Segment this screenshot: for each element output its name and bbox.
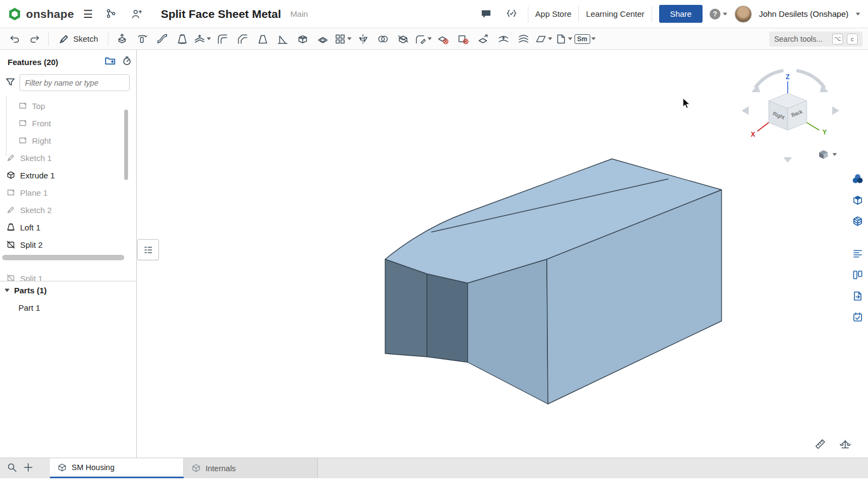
search-tools-input[interactable]: Search tools... ⌥ c (769, 31, 863, 47)
filter-input[interactable] (20, 74, 130, 91)
tabbar-tools (0, 458, 50, 478)
mirror-icon[interactable] (354, 30, 372, 48)
parts-header[interactable]: Parts (1) (0, 281, 136, 299)
chevron-down-icon (427, 37, 432, 40)
part-face-left-1[interactable] (385, 259, 427, 357)
graphics-area[interactable]: Z Right Back X Y (137, 50, 868, 458)
divider (48, 32, 49, 46)
part-item-part1[interactable]: Part 1 (0, 299, 136, 316)
comment-icon[interactable] (477, 5, 495, 23)
configurations-panel-icon[interactable] (850, 213, 866, 230)
redo-icon[interactable] (25, 30, 44, 48)
move-face-icon[interactable] (474, 30, 493, 48)
undo-icon[interactable] (5, 30, 24, 48)
surface-tools-icon[interactable] (554, 30, 573, 48)
plane-icon (18, 136, 27, 145)
workspace-label[interactable]: Main (290, 9, 308, 18)
offset-surface-icon[interactable] (514, 30, 533, 48)
linear-pattern-icon[interactable] (334, 30, 352, 48)
document-tab-bar: SM Housing Internals (0, 458, 868, 478)
top-bar: onshape ☰ Split Face Sheet Metal Main (0, 0, 868, 28)
feature-item-sketch1[interactable]: Sketch 1 (0, 149, 136, 166)
y-axis-label: Y (822, 129, 827, 136)
extrude-icon[interactable] (113, 30, 131, 48)
insert-folder-icon[interactable] (105, 56, 116, 68)
feature-item-split2[interactable]: Split 2 (0, 236, 136, 253)
hole-icon[interactable] (314, 30, 332, 48)
shortcut-key-c: c (847, 34, 858, 44)
fillet-icon[interactable] (213, 30, 232, 48)
draft-icon[interactable] (253, 30, 272, 48)
thicken-icon[interactable] (193, 30, 212, 48)
enclose-icon[interactable] (394, 30, 412, 48)
rib-icon[interactable] (273, 30, 292, 48)
follow-mode-icon[interactable] (127, 5, 146, 23)
plane-icon (18, 101, 27, 110)
view-options-button[interactable] (813, 147, 842, 162)
share-button[interactable]: Share (659, 5, 703, 23)
feature-script-icon[interactable] (502, 5, 521, 23)
onshape-logo[interactable]: onshape (8, 7, 74, 21)
plane-icon[interactable] (534, 30, 553, 48)
loft-icon[interactable] (173, 30, 192, 48)
mass-properties-icon[interactable] (838, 438, 853, 451)
user-name[interactable]: John Desilets (Onshape) (759, 9, 848, 18)
tasks-panel-icon[interactable] (850, 309, 866, 326)
rotate-arrow-icon[interactable] (796, 70, 825, 88)
parts-panel-icon[interactable] (850, 191, 866, 209)
feature-item-top[interactable]: Top (0, 97, 136, 114)
modify-fillet-icon[interactable] (414, 30, 432, 48)
z-axis-label: Z (786, 73, 789, 81)
replace-face-icon[interactable] (494, 30, 513, 48)
revolve-icon[interactable] (133, 30, 151, 48)
custom-tables-panel-icon[interactable] (850, 266, 866, 284)
rotate-left-arrow-icon[interactable] (742, 106, 749, 115)
tab-internals[interactable]: Internals (184, 458, 318, 478)
feature-list-panel-icon[interactable] (850, 245, 866, 262)
tab-sm-housing[interactable]: SM Housing (50, 458, 184, 478)
export-panel-icon[interactable] (850, 287, 866, 305)
appearance-panel-icon[interactable] (850, 170, 866, 188)
rotate-arrow-icon[interactable] (755, 70, 783, 88)
chamfer-icon[interactable] (233, 30, 252, 48)
main-menu-icon[interactable]: ☰ (81, 8, 95, 21)
help-menu[interactable] (710, 9, 727, 20)
feature-item-right[interactable]: Right (0, 132, 136, 149)
feature-item-extrude1[interactable]: Extrude 1 (0, 166, 136, 184)
feature-item-split1[interactable]: Split 1 (0, 269, 136, 281)
sweep-icon[interactable] (153, 30, 171, 48)
part-face-left-2[interactable] (427, 274, 468, 362)
feature-item-plane1[interactable]: Plane 1 (0, 184, 136, 201)
boolean-icon[interactable] (374, 30, 392, 48)
history-icon[interactable] (122, 56, 132, 68)
feature-item-sketch2[interactable]: Sketch 2 (0, 201, 136, 219)
chevron-down-icon (723, 12, 727, 16)
part-face-front[interactable] (468, 259, 548, 404)
chevron-down-icon[interactable] (856, 12, 860, 16)
view-mode-cube-icon (818, 149, 829, 160)
delete-part-icon[interactable] (434, 30, 452, 48)
rotate-right-arrow-icon[interactable] (832, 106, 839, 115)
learning-center-button[interactable]: Learning Center (586, 9, 644, 18)
sheet-metal-label: Sm (575, 34, 590, 44)
model-tree-flyout-button[interactable] (137, 239, 159, 260)
add-tab-icon[interactable] (23, 462, 34, 475)
versions-icon[interactable] (102, 5, 120, 23)
filter-icon[interactable] (5, 77, 15, 89)
feature-tree-scrollbar[interactable] (124, 110, 128, 180)
measure-icon[interactable] (813, 438, 828, 451)
shell-icon[interactable] (293, 30, 312, 48)
delete-face-icon[interactable] (454, 30, 473, 48)
features-header: Features (20) (8, 54, 132, 69)
x-axis (757, 123, 769, 131)
feature-item-front[interactable]: Front (0, 114, 136, 132)
avatar[interactable] (735, 5, 752, 23)
app-store-button[interactable]: App Store (535, 9, 572, 18)
feature-item-loft1[interactable]: Loft 1 (0, 219, 136, 236)
sketch-button[interactable]: Sketch (53, 30, 104, 48)
rotate-down-arrow-icon[interactable] (783, 157, 792, 163)
sheet-metal-icon[interactable]: Sm (575, 30, 596, 48)
plane-icon (7, 188, 15, 197)
search-tabs-icon[interactable] (7, 462, 17, 475)
rollback-bar[interactable] (2, 255, 124, 260)
